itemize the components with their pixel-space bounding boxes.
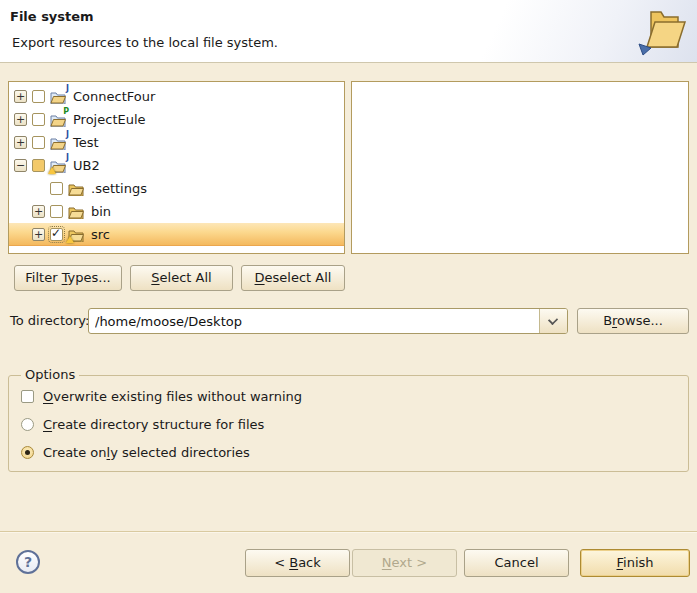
to-directory-label: To directory: — [10, 313, 89, 328]
next-button: Next > — [352, 549, 457, 577]
project-folder-icon: P — [50, 112, 67, 127]
checkbox[interactable] — [32, 90, 45, 103]
deselect-all-button[interactable]: Deselect All — [241, 265, 345, 291]
finish-button[interactable]: Finish — [580, 549, 690, 577]
checkbox[interactable] — [50, 205, 63, 218]
tree-item-projecteule[interactable]: + P ProjectEule — [9, 108, 344, 131]
option-label: Overwrite existing files without warning — [43, 389, 302, 404]
filter-types-button[interactable]: Filter Types... — [14, 265, 122, 291]
java-decorator: J — [66, 85, 69, 93]
tree-item-label: .settings — [90, 181, 147, 196]
file-list-panel[interactable] — [351, 81, 689, 254]
overwrite-option[interactable]: Overwrite existing files without warning — [21, 388, 302, 404]
button-label: Cancel — [494, 555, 538, 570]
button-label: inish — [623, 555, 653, 570]
button-label: elect All — [160, 270, 212, 285]
expand-toggle-icon[interactable]: + — [14, 113, 27, 126]
options-legend: Options — [21, 367, 79, 382]
radio-button[interactable] — [21, 418, 34, 431]
radio-button-selected[interactable] — [21, 446, 34, 459]
option-label: Create directory structure for files — [43, 417, 264, 432]
warning-icon — [66, 236, 74, 243]
wizard-header: File system Export resources to the loca… — [0, 0, 697, 63]
back-button[interactable]: < Back — [245, 549, 350, 577]
java-project-folder-icon: J — [50, 89, 67, 104]
button-label: ypes... — [68, 270, 111, 285]
help-button[interactable]: ? — [16, 550, 40, 574]
checkbox[interactable] — [32, 136, 45, 149]
resource-tree: + J ConnectFour + P ProjectEule + J — [8, 81, 345, 254]
folder-icon — [68, 181, 85, 196]
folder-icon — [68, 204, 85, 219]
checkbox[interactable] — [21, 390, 34, 403]
tree-item-label: ConnectFour — [72, 89, 155, 104]
collapse-toggle-icon[interactable]: − — [14, 159, 27, 172]
options-group: Options Overwrite existing files without… — [8, 375, 689, 472]
button-label: B — [603, 313, 612, 328]
button-label: ext > — [392, 555, 428, 570]
button-label: ack — [298, 555, 321, 570]
java-decorator: J — [66, 154, 69, 162]
option-label: Create only selected directories — [43, 445, 250, 460]
tree-item-src[interactable]: + ✓ src — [9, 223, 344, 246]
expand-toggle-icon[interactable]: + — [32, 228, 45, 241]
chevron-down-icon — [548, 315, 558, 325]
tree-item-label: UB2 — [72, 158, 100, 173]
expand-toggle-icon[interactable]: + — [14, 136, 27, 149]
tree-item-label: ProjectEule — [72, 112, 146, 127]
checkbox[interactable] — [32, 113, 45, 126]
mnemonic: D — [255, 270, 265, 285]
button-label: Filter — [25, 270, 61, 285]
tree-item-settings[interactable]: .settings — [9, 177, 344, 200]
browse-button[interactable]: Browse... — [577, 308, 689, 334]
select-all-button[interactable]: Select All — [130, 265, 233, 291]
tree-item-test[interactable]: + J Test — [9, 131, 344, 154]
check-icon: ✓ — [51, 226, 61, 240]
java-project-folder-warning-icon: J — [50, 158, 67, 173]
expand-toggle-icon[interactable]: + — [14, 90, 27, 103]
tree-item-label: bin — [90, 204, 111, 219]
tree-item-connectfour[interactable]: + J ConnectFour — [9, 85, 344, 108]
mnemonic: B — [289, 555, 298, 570]
checkbox[interactable] — [50, 182, 63, 195]
tree-item-bin[interactable]: + bin — [9, 200, 344, 223]
java-decorator: J — [66, 131, 69, 139]
directory-input[interactable] — [89, 309, 539, 333]
cancel-button[interactable]: Cancel — [464, 549, 569, 577]
only-selected-option[interactable]: Create only selected directories — [21, 444, 250, 460]
dir-structure-option[interactable]: Create directory structure for files — [21, 416, 264, 432]
page-title: File system — [10, 9, 94, 24]
warning-icon — [48, 167, 56, 174]
footer-separator — [0, 531, 697, 533]
export-wizard-dialog: File system Export resources to the loca… — [0, 0, 697, 593]
open-folder-wizard-icon — [633, 4, 689, 60]
button-label: < — [274, 555, 289, 570]
folder-warning-icon — [68, 227, 85, 242]
button-label: owse... — [617, 313, 663, 328]
project-decorator: P — [63, 108, 69, 116]
directory-combo — [88, 308, 568, 334]
tree-item-label: src — [90, 227, 110, 242]
tree-item-ub2[interactable]: − J UB2 — [9, 154, 344, 177]
java-project-folder-icon: J — [50, 135, 67, 150]
button-label: eselect All — [265, 270, 332, 285]
checkbox-checked[interactable]: ✓ — [50, 228, 63, 241]
checkbox-grayed[interactable] — [32, 159, 45, 172]
expand-toggle-icon[interactable]: + — [32, 205, 45, 218]
mnemonic: S — [151, 270, 159, 285]
question-mark-icon: ? — [24, 554, 32, 570]
mnemonic: N — [382, 555, 392, 570]
directory-dropdown-button[interactable] — [539, 309, 567, 333]
tree-item-label: Test — [72, 135, 99, 150]
page-subtitle: Export resources to the local file syste… — [12, 35, 278, 50]
